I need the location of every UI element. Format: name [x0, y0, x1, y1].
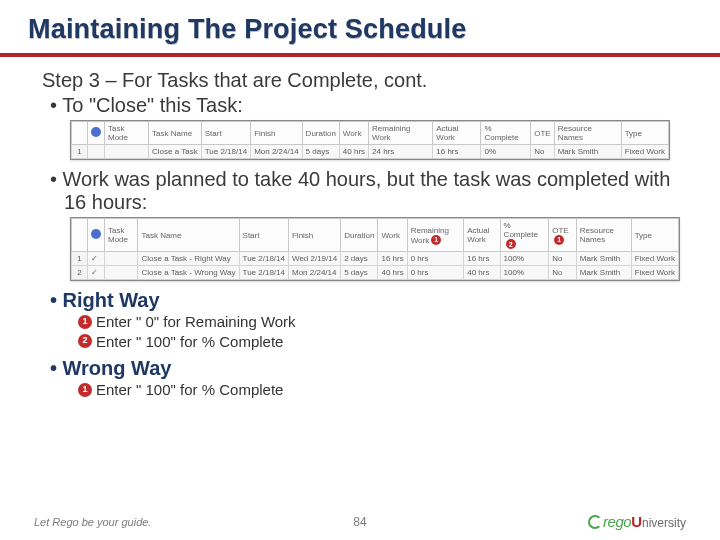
rego-swirl-icon: [588, 515, 602, 529]
slide-title: Maintaining The Project Schedule: [28, 14, 692, 45]
circled-2-icon: 2: [78, 334, 92, 348]
table-row: 2 ✓ Close a Task - Wrong Way Tue 2/18/14…: [72, 266, 679, 280]
right-way-item-2: 2 Enter " 100" for % Complete: [42, 332, 678, 352]
table-header-row: Task Mode Task Name Start Finish Duratio…: [72, 122, 669, 145]
table-header-row: Task Mode Task Name Start Finish Duratio…: [72, 219, 679, 252]
page-number: 84: [251, 515, 468, 529]
badge-1-icon: 1: [431, 235, 441, 245]
info-icon: [91, 229, 101, 239]
right-way-item-1: 1 Enter " 0" for Remaining Work: [42, 312, 678, 332]
rego-logo: regoUniversity: [469, 513, 686, 530]
task-table-1: Task Mode Task Name Start Finish Duratio…: [70, 120, 670, 160]
info-icon: [91, 127, 101, 137]
bullet-wrong-way: Wrong Way: [42, 357, 678, 380]
badge-2-icon: 2: [506, 239, 516, 249]
table-row: 1 ✓ Close a Task - Right Way Tue 2/18/14…: [72, 252, 679, 266]
circled-1-icon: 1: [78, 383, 92, 397]
task-table-2: Task Mode Task Name Start Finish Duratio…: [70, 217, 680, 281]
footer-left-text: Let Rego be your guide.: [34, 516, 251, 528]
step-heading: Step 3 – For Tasks that are Complete, co…: [42, 69, 678, 92]
table-row: 1 Close a Task Tue 2/18/14 Mon 2/24/14 5…: [72, 145, 669, 159]
wrong-way-item-1: 1 Enter " 100" for % Complete: [42, 380, 678, 400]
badge-1b-icon: 1: [554, 235, 564, 245]
title-divider: [0, 53, 720, 57]
bullet-right-way: Right Way: [42, 289, 678, 312]
bullet-work-planned: Work was planned to take 40 hours, but t…: [42, 168, 678, 214]
slide-body: Step 3 – For Tasks that are Complete, co…: [0, 63, 720, 400]
circled-1-icon: 1: [78, 315, 92, 329]
bullet-close-task: To "Close" this Task:: [42, 94, 678, 117]
slide-footer: Let Rego be your guide. 84 regoUniversit…: [0, 513, 720, 530]
